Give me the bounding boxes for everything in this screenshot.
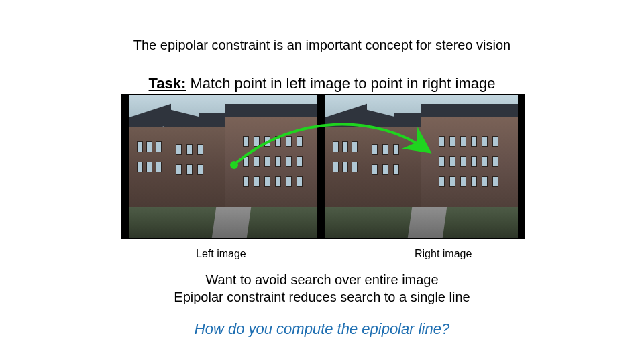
task-line: Task: Match point in left image to point… (0, 75, 644, 93)
right-photo (325, 95, 518, 238)
left-photo (129, 95, 322, 238)
task-text: Match point in left image to point in ri… (186, 75, 495, 92)
right-caption: Right image (415, 248, 472, 260)
closing-question: How do you compute the epipolar line? (0, 320, 644, 338)
right-image (317, 94, 525, 239)
image-pair (121, 94, 524, 237)
slide-title: The epipolar constraint is an important … (0, 38, 644, 53)
body-line-2: Epipolar constraint reduces search to a … (0, 290, 644, 305)
body-line-1: Want to avoid search over entire image (0, 272, 644, 288)
left-caption: Left image (196, 248, 246, 260)
task-label: Task: (149, 75, 186, 92)
slide: The epipolar constraint is an important … (0, 0, 644, 362)
left-image (121, 94, 329, 239)
